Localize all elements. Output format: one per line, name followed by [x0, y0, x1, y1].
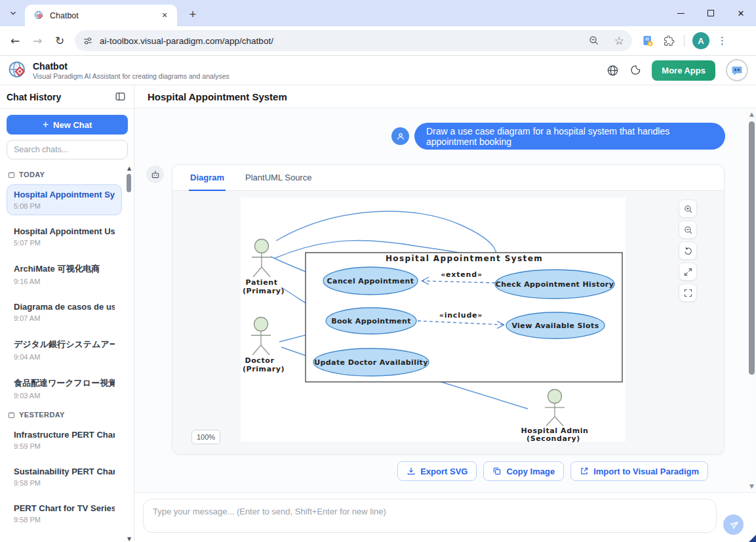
- reading-list-icon[interactable]: [641, 34, 655, 48]
- chat-history-item[interactable]: Sustainability PERT Chart 9:58 PM: [7, 461, 122, 492]
- zoom-in-button[interactable]: [679, 199, 697, 218]
- browser-tab-chatbot[interactable]: Chatbot ✕: [25, 5, 177, 26]
- browser-menu-button[interactable]: ⋮: [717, 35, 727, 47]
- zoom-level-badge[interactable]: 100%: [191, 430, 220, 444]
- chat-history-item[interactable]: ArchiMate 可视化电商 9:16 AM: [7, 258, 122, 291]
- visual-paradigm-logo: [8, 60, 28, 80]
- new-chat-button[interactable]: + New Chat: [7, 115, 128, 135]
- chat-bot-icon: [730, 63, 744, 77]
- import-to-visual-paradigm-button[interactable]: Import to Visual Paradigm: [570, 461, 708, 481]
- send-plane-icon: [727, 518, 740, 531]
- diagram-zoom-controls: [679, 199, 697, 302]
- assistant-avatar[interactable]: [726, 59, 748, 81]
- browser-tabstrip: Chatbot ✕ + ✕: [0, 0, 756, 26]
- chat-history-item[interactable]: Hospital Appointment System 5:08 PM: [7, 184, 122, 215]
- fullscreen-button[interactable]: [679, 283, 697, 302]
- diagram-actions: Export SVG Copy Image Import to Visual P…: [397, 461, 708, 481]
- browser-toolbar: ← → ↻ ai-toolbox.visual-paradigm.com/app…: [0, 26, 756, 56]
- robot-icon: [150, 169, 161, 180]
- message-input-bar: [134, 492, 756, 542]
- svg-text:View Available Slots: View Available Slots: [511, 322, 599, 330]
- app-header: Chatbot Visual Paradigm AI Assistant for…: [0, 56, 756, 85]
- window-maximize-button[interactable]: [696, 0, 726, 26]
- expand-button[interactable]: [679, 262, 697, 281]
- address-bar[interactable]: ai-toolbox.visual-paradigm.com/app/chatb…: [75, 30, 632, 51]
- message-input[interactable]: [143, 499, 717, 533]
- extensions-icon[interactable]: [663, 34, 676, 47]
- scroll-down-icon[interactable]: ▼: [747, 483, 756, 490]
- export-svg-button[interactable]: Export SVG: [397, 461, 477, 481]
- reset-view-button[interactable]: [679, 241, 697, 260]
- external-link-icon: [580, 467, 589, 476]
- section-label-yesterday: YESTERDAY: [8, 411, 122, 419]
- main-content: Hospital Appointment System Draw a use c…: [134, 85, 756, 542]
- app-title: Chatbot: [33, 61, 229, 72]
- window-minimize-button[interactable]: [666, 0, 696, 26]
- app-subtitle: Visual Paradigm AI Assistant for creatin…: [33, 72, 229, 80]
- tab-diagram[interactable]: Diagram: [189, 173, 226, 190]
- send-button[interactable]: [723, 514, 744, 535]
- collapse-panel-icon[interactable]: [115, 91, 126, 102]
- section-label-today: TODAY: [8, 171, 122, 178]
- tab-close-icon[interactable]: ✕: [159, 10, 170, 22]
- zoom-indicator-icon[interactable]: [588, 35, 600, 47]
- bookmark-star-icon[interactable]: ☆: [614, 34, 624, 47]
- chat-history-item[interactable]: デジタル銀行システムアーキ... 9:04 AM: [7, 333, 122, 366]
- window-resize-grip[interactable]: [749, 535, 756, 542]
- svg-text:(Primary): (Primary): [243, 365, 285, 373]
- sidebar-scrollbar[interactable]: ▲ ▼: [125, 163, 133, 542]
- new-chat-label: New Chat: [53, 120, 92, 130]
- search-chats-input[interactable]: [7, 140, 128, 159]
- chat-scrollbar[interactable]: ▲ ▼: [747, 108, 756, 492]
- minimize-icon: [677, 13, 685, 14]
- diagram-viewport[interactable]: Hospital Appointment System Cancel Appoi…: [172, 191, 724, 455]
- copy-icon: [492, 467, 502, 476]
- url-text[interactable]: ai-toolbox.visual-paradigm.com/app/chatb…: [100, 36, 588, 46]
- svg-text:Update Doctor Availability: Update Doctor Availability: [314, 358, 428, 367]
- user-avatar: [391, 127, 409, 145]
- scroll-up-icon[interactable]: ▲: [747, 111, 756, 117]
- copy-image-button[interactable]: Copy Image: [483, 461, 564, 481]
- plus-icon: +: [43, 119, 49, 131]
- window-close-button[interactable]: ✕: [726, 0, 756, 26]
- zoom-in-icon: [683, 204, 693, 214]
- scroll-up-icon[interactable]: ▲: [126, 165, 132, 171]
- use-case-diagram: Hospital Appointment System Cancel Appoi…: [172, 191, 725, 453]
- profile-avatar[interactable]: A: [692, 32, 709, 49]
- svg-text:Patient: Patient: [246, 278, 278, 287]
- sidebar-title: Chat History: [7, 92, 115, 102]
- svg-text:Doctor: Doctor: [245, 356, 274, 365]
- site-settings-icon[interactable]: [83, 35, 93, 46]
- new-tab-button[interactable]: +: [184, 5, 202, 24]
- download-icon: [407, 467, 416, 476]
- chat-area: Draw a use case diagram for a hospital s…: [134, 108, 756, 492]
- fullscreen-icon: [683, 288, 693, 298]
- chat-scrollbar-thumb[interactable]: [749, 121, 755, 375]
- chat-history-item[interactable]: 食品配達ワークフロー視覚化 9:03 AM: [7, 372, 122, 405]
- chat-history-item[interactable]: PERT Chart for TV Series 9:58 PM: [7, 498, 122, 529]
- forward-button[interactable]: →: [26, 34, 49, 47]
- back-button[interactable]: ←: [4, 34, 26, 47]
- tab-plantuml-source[interactable]: PlantUML Source: [244, 173, 313, 190]
- calendar-icon: [8, 171, 15, 178]
- page-title: Hospital Appointment System: [148, 91, 287, 102]
- sidebar-scrollbar-thumb[interactable]: [127, 174, 131, 192]
- reload-button[interactable]: ↻: [49, 34, 71, 47]
- user-message-bubble: Draw a use case diagram for a hospital s…: [414, 123, 725, 150]
- system-boundary-title: Hospital Appointment System: [386, 254, 543, 263]
- svg-text:(Secondary): (Secondary): [527, 434, 580, 443]
- chat-history-item[interactable]: PERT Chart for Research Proj... 9:58 PM: [7, 535, 122, 542]
- chat-history-item[interactable]: Diagrama de casos de uso bi... 9:07 AM: [7, 297, 122, 327]
- tab-search-button[interactable]: [6, 6, 20, 20]
- person-icon: [395, 131, 406, 142]
- more-apps-button[interactable]: More Apps: [652, 60, 715, 81]
- chat-history-item[interactable]: Infrastructure PERT Chart 9:59 PM: [7, 425, 122, 455]
- chat-history-item[interactable]: Hospital Appointment Use C... 5:07 PM: [7, 221, 122, 252]
- bot-avatar: [146, 165, 164, 183]
- language-globe-icon[interactable]: [607, 64, 619, 77]
- zoom-out-button[interactable]: [679, 220, 697, 239]
- svg-text:Cancel Appointment: Cancel Appointment: [327, 277, 414, 285]
- svg-text:(Primary): (Primary): [243, 287, 285, 295]
- dark-mode-moon-icon[interactable]: [629, 64, 641, 76]
- scroll-down-icon[interactable]: ▼: [126, 536, 132, 542]
